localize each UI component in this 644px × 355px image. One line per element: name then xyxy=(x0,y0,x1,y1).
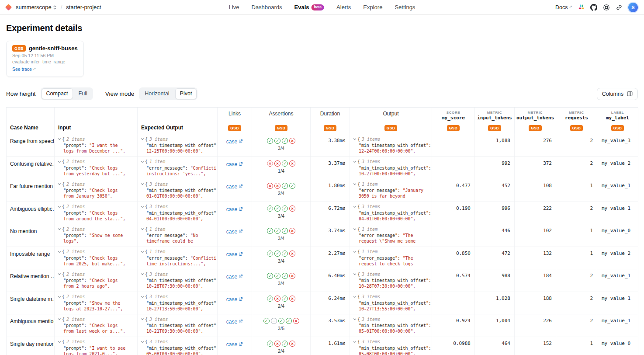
project-name[interactable]: starter-project xyxy=(66,4,101,10)
col-header-my-label[interactable]: LABEL my_label GSB xyxy=(597,108,638,134)
input-cell[interactable]: {2 items "prompt": "Check logsfrom yeste… xyxy=(55,157,138,179)
output-cell[interactable]: {3 items "min_timestamp_with_offset":12-… xyxy=(350,134,432,157)
expand-icon[interactable] xyxy=(353,137,357,141)
expected-output-cell[interactable]: {1 item "error_message": "Conflictitime … xyxy=(138,247,218,269)
case-name-cell[interactable]: Far future mention xyxy=(7,179,55,202)
output-cell[interactable]: {3 items "min_timestamp_with_offset":05-… xyxy=(350,314,432,337)
expand-icon[interactable] xyxy=(141,137,144,141)
view-mode-horizontal-button[interactable]: Horizontal xyxy=(140,88,174,99)
output-cell[interactable]: {3 items "min_timestamp_with_offset":10-… xyxy=(350,157,432,179)
expand-icon[interactable] xyxy=(58,227,61,231)
view-mode-pivot-button[interactable]: Pivot xyxy=(175,88,197,99)
expand-icon[interactable] xyxy=(353,182,357,186)
expand-icon[interactable] xyxy=(141,295,144,299)
expand-icon[interactable] xyxy=(141,160,144,164)
case-link[interactable]: case xyxy=(226,161,243,179)
expand-icon[interactable] xyxy=(58,137,61,141)
col-header-input[interactable]: Input xyxy=(55,108,138,134)
slack-icon[interactable] xyxy=(578,4,585,10)
expand-icon[interactable] xyxy=(141,182,144,186)
expected-output-cell[interactable]: {3 items "min_timestamp_with_offset":05-… xyxy=(138,337,218,355)
case-name-cell[interactable]: No mention xyxy=(7,224,55,247)
expand-icon[interactable] xyxy=(141,272,144,276)
row-height-full-button[interactable]: Full xyxy=(74,88,92,99)
tab-alerts[interactable]: Alerts xyxy=(336,0,351,14)
output-cell[interactable]: {1 item "error_message": "Therequest \"S… xyxy=(350,224,432,247)
output-cell[interactable]: {3 items "min_timestamp_with_offset":05-… xyxy=(350,337,432,355)
input-cell[interactable]: {2 items "prompt": "Show me somelogs", xyxy=(55,224,138,247)
link-icon[interactable] xyxy=(616,4,623,11)
case-name-cell[interactable]: Single day mention xyxy=(7,337,55,355)
expand-icon[interactable] xyxy=(58,250,61,254)
tab-live[interactable]: Live xyxy=(229,0,239,14)
expand-icon[interactable] xyxy=(58,295,61,299)
expected-output-cell[interactable]: {3 items "min_timestamp_with_offset":10-… xyxy=(138,269,218,292)
expand-icon[interactable] xyxy=(353,340,357,344)
expected-output-cell[interactable]: {3 items "min_timestamp_with_offset":12-… xyxy=(138,134,218,157)
expand-icon[interactable] xyxy=(353,295,357,299)
input-cell[interactable]: {2 items "prompt": "Check logsfrom aroun… xyxy=(55,202,138,224)
tab-dashboards[interactable]: Dashboards xyxy=(251,0,282,14)
expand-icon[interactable] xyxy=(353,227,357,231)
case-link[interactable]: case xyxy=(226,274,243,292)
docs-link[interactable]: Docs↗ xyxy=(555,4,572,10)
expand-icon[interactable] xyxy=(353,250,357,254)
input-cell[interactable]: {2 items "prompt": "Check logsfrom last … xyxy=(55,314,138,337)
output-cell[interactable]: {3 items "min_timestamp_with_offset":10-… xyxy=(350,292,432,314)
output-cell[interactable]: {1 item "error_message": "Therequest to … xyxy=(350,247,432,269)
case-link[interactable]: case xyxy=(226,229,243,247)
case-name-cell[interactable]: Impossible range xyxy=(7,247,55,269)
col-header-input-tokens[interactable]: METRIC input_tokens GSB xyxy=(475,108,515,134)
expand-icon[interactable] xyxy=(58,160,61,164)
case-name-cell[interactable]: Confusing relative… xyxy=(7,157,55,179)
case-link[interactable]: case xyxy=(226,206,243,224)
case-link[interactable]: case xyxy=(226,319,243,337)
expected-output-cell[interactable]: {3 items "min_timestamp_with_offset":10-… xyxy=(138,314,218,337)
expand-icon[interactable] xyxy=(141,317,144,321)
output-cell[interactable]: {3 items "min_timestamp_with_offset":04-… xyxy=(350,202,432,224)
expand-icon[interactable] xyxy=(353,317,357,321)
help-icon[interactable] xyxy=(603,4,610,11)
col-header-requests[interactable]: METRIC requests GSB xyxy=(556,108,597,134)
case-link[interactable]: case xyxy=(226,139,243,157)
input-cell[interactable]: {2 items "prompt": "I want to seelogs fr… xyxy=(55,337,138,355)
columns-button[interactable]: Columns xyxy=(597,88,638,100)
tab-settings[interactable]: Settings xyxy=(395,0,415,14)
expand-icon[interactable] xyxy=(353,205,357,209)
row-height-compact-button[interactable]: Compact xyxy=(42,88,73,99)
output-cell[interactable]: {1 item "error_message": "January3050 is… xyxy=(350,179,432,202)
tab-explore[interactable]: Explore xyxy=(363,0,382,14)
expand-icon[interactable] xyxy=(58,340,61,344)
case-link[interactable]: case xyxy=(226,296,243,314)
expand-icon[interactable] xyxy=(353,160,357,164)
expand-icon[interactable] xyxy=(58,205,61,209)
input-cell[interactable]: {2 items "prompt": "Show me thelogs at 2… xyxy=(55,292,138,314)
input-cell[interactable]: {2 items "prompt": "I want thelogs from … xyxy=(55,134,138,157)
expected-output-cell[interactable]: {1 item "error_message": "Conflictiinstr… xyxy=(138,157,218,179)
expected-output-cell[interactable]: {1 item "error_message": "Notimeframe co… xyxy=(138,224,218,247)
col-header-assertions[interactable]: Assertions GSB xyxy=(252,108,311,134)
case-name-cell[interactable]: Single datetime m… xyxy=(7,292,55,314)
case-name-cell[interactable]: Range from speech xyxy=(7,134,55,157)
case-link[interactable]: case xyxy=(226,251,243,269)
input-cell[interactable]: {2 items "prompt": "Check logsfrom 2025,… xyxy=(55,247,138,269)
col-header-expected-output[interactable]: Expected Output xyxy=(138,108,218,134)
case-name-cell[interactable]: Relative mention … xyxy=(7,269,55,292)
github-icon[interactable] xyxy=(590,4,597,11)
col-header-duration[interactable]: Duration GSB xyxy=(311,108,350,134)
expected-output-cell[interactable]: {3 items "min_timestamp_with_offset":01-… xyxy=(138,179,218,202)
input-cell[interactable]: {2 items "prompt": "Check logsfrom Janua… xyxy=(55,179,138,202)
expand-icon[interactable] xyxy=(58,182,61,186)
col-header-case-name[interactable]: Case Name xyxy=(7,108,55,134)
output-cell[interactable]: {3 items "min_timestamp_with_offset":10-… xyxy=(350,269,432,292)
expected-output-cell[interactable]: {3 items "min_timestamp_with_offset":04-… xyxy=(138,202,218,224)
expand-icon[interactable] xyxy=(58,317,61,321)
col-header-output-tokens[interactable]: METRIC output_tokens GSB xyxy=(515,108,556,134)
org-switcher[interactable]: summerscope xyxy=(16,4,57,10)
expand-icon[interactable] xyxy=(58,272,61,276)
case-name-cell[interactable]: Ambiguous mention xyxy=(7,314,55,337)
expand-icon[interactable] xyxy=(141,205,144,209)
case-name-cell[interactable]: Ambiguous elliptic… xyxy=(7,202,55,224)
expected-output-cell[interactable]: {3 items "min_timestamp_with_offset":10-… xyxy=(138,292,218,314)
expand-icon[interactable] xyxy=(141,227,144,231)
